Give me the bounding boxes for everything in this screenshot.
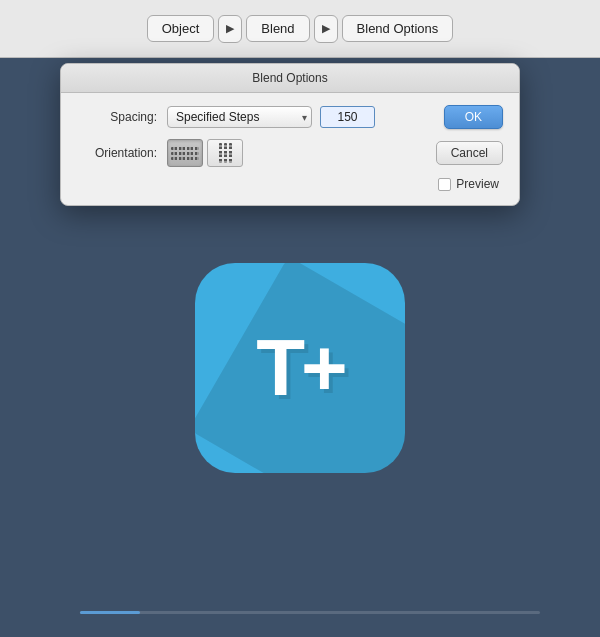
steps-input[interactable] [320, 106, 375, 128]
scrollbar-track [80, 611, 540, 614]
preview-label: Preview [456, 177, 499, 191]
app-icon: T+ [195, 263, 405, 473]
preview-row: Preview [77, 177, 503, 191]
blend-button[interactable]: Blend [246, 15, 309, 42]
ok-button[interactable]: OK [444, 105, 503, 129]
object-button[interactable]: Object [147, 15, 215, 42]
dialog-body: Spacing: Smooth Color Specified Steps Sp… [61, 93, 519, 205]
scrollbar-thumb[interactable] [80, 611, 140, 614]
orientation-align-page-button[interactable] [167, 139, 203, 167]
blend-options-button[interactable]: Blend Options [342, 15, 454, 42]
chevron1-icon[interactable]: ▶ [218, 15, 242, 43]
spacing-row: Spacing: Smooth Color Specified Steps Sp… [77, 105, 503, 129]
orientation-align-path-button[interactable] [207, 139, 243, 167]
cancel-button[interactable]: Cancel [436, 141, 503, 165]
chevron2-icon[interactable]: ▶ [314, 15, 338, 43]
app-icon-text: T+ [256, 322, 344, 414]
scrollbar-area[interactable] [80, 609, 540, 617]
spacing-select-wrapper: Smooth Color Specified Steps Specified D… [167, 106, 312, 128]
orientation-h-icon [168, 140, 202, 166]
orientation-row: Orientation: Can [77, 139, 503, 167]
orientation-v-icon [208, 140, 242, 166]
orientation-label: Orientation: [77, 146, 157, 160]
preview-checkbox[interactable] [438, 178, 451, 191]
dialog-area: T+ Blend Options Spacing: Smooth Color S… [0, 58, 600, 637]
spacing-select[interactable]: Smooth Color Specified Steps Specified D… [167, 106, 312, 128]
dialog-title: Blend Options [61, 64, 519, 93]
toolbar: Object ▶ Blend ▶ Blend Options [0, 0, 600, 58]
blend-options-dialog: Blend Options Spacing: Smooth Color Spec… [60, 63, 520, 206]
spacing-label: Spacing: [77, 110, 157, 124]
